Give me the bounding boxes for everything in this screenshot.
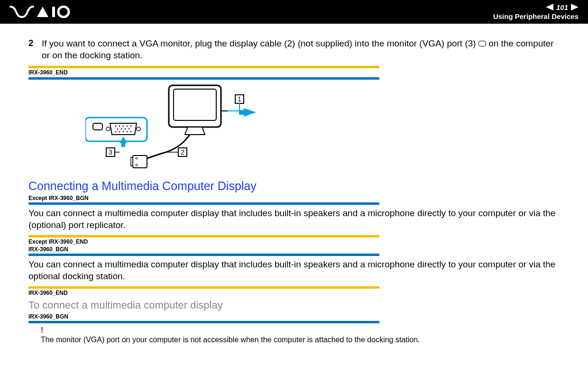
svg-marker-3 <box>571 4 579 10</box>
svg-point-14 <box>121 128 122 129</box>
prev-page-icon[interactable] <box>546 4 553 10</box>
svg-text:3: 3 <box>109 148 112 156</box>
tag-irx-end: IRX-3960_END <box>28 69 560 76</box>
svg-point-20 <box>127 131 128 132</box>
svg-point-19 <box>123 131 124 132</box>
svg-text:1: 1 <box>238 95 241 103</box>
svg-point-1 <box>58 7 69 17</box>
svg-rect-34 <box>239 110 246 115</box>
header-section-title: Using Peripheral Devices <box>493 12 579 21</box>
svg-point-16 <box>129 128 130 129</box>
svg-point-9 <box>119 125 120 127</box>
svg-rect-28 <box>174 89 216 120</box>
svg-point-17 <box>115 131 117 132</box>
vga-connection-diagram: 3 1 2 <box>85 82 560 174</box>
page-content: 2 If you want to connect a VGA monitor, … <box>0 24 588 349</box>
para-1: You can connect a multimedia computer di… <box>28 208 560 231</box>
tag-except-end: Except IRX-3960_END <box>28 238 560 245</box>
vga-port-icon <box>478 41 486 46</box>
section-title: Connecting a Multimedia Computer Display <box>28 179 560 193</box>
svg-point-15 <box>125 128 126 129</box>
svg-point-8 <box>115 125 117 127</box>
svg-point-11 <box>127 125 128 127</box>
page-nav: 101 <box>493 3 579 12</box>
divider-blue <box>28 202 379 205</box>
para-2: You can connect a multimedia computer di… <box>28 259 560 282</box>
tag-block-3: Except IRX-3960_END IRX-3960_BGN <box>28 235 560 256</box>
step-text-before: If you want to connect a VGA monitor, pl… <box>42 38 478 48</box>
svg-rect-35 <box>133 155 147 168</box>
svg-point-13 <box>117 128 119 129</box>
page-number: 101 <box>556 3 568 12</box>
tag-block-4: IRX-3960_END <box>28 286 560 296</box>
warning-icon: ! <box>41 326 560 335</box>
step-number: 2 <box>28 38 35 61</box>
svg-point-12 <box>130 125 132 127</box>
step-body: If you want to connect a VGA monitor, pl… <box>42 38 560 61</box>
svg-marker-2 <box>546 4 553 10</box>
svg-point-10 <box>123 125 124 127</box>
header-right: 101 Using Peripheral Devices <box>493 3 579 21</box>
svg-point-18 <box>119 131 120 132</box>
sub-title: To connect a multimedia computer display <box>28 299 560 311</box>
divider-yellow <box>28 66 379 68</box>
tag-block-1: IRX-3960_END <box>28 66 560 79</box>
tag-block-5: IRX-3960_BGN <box>28 313 560 323</box>
divider-yellow <box>28 235 379 237</box>
divider-blue <box>28 254 379 256</box>
tag-except-bgn: Except IRX-3960_BGN <box>28 195 560 201</box>
tag-block-2: Except IRX-3960_BGN <box>28 195 560 205</box>
svg-point-21 <box>130 131 132 132</box>
next-page-icon[interactable] <box>571 4 579 10</box>
svg-text:2: 2 <box>181 148 184 156</box>
tag-irx-end-2: IRX-3960_END <box>28 290 560 296</box>
divider-yellow <box>28 286 379 289</box>
divider-blue <box>28 321 379 323</box>
divider-blue <box>28 77 379 80</box>
tag-irx-bgn-2: IRX-3960_BGN <box>28 313 560 320</box>
tag-irx-bgn: IRX-3960_BGN <box>28 246 560 253</box>
step-2: 2 If you want to connect a VGA monitor, … <box>28 38 560 61</box>
page-header: 101 Using Peripheral Devices <box>0 0 588 24</box>
svg-rect-0 <box>52 7 55 17</box>
note-text: The monitor (VGA) port on your computer … <box>41 336 560 344</box>
vaio-logo <box>9 6 71 18</box>
note-block: ! The monitor (VGA) port on your compute… <box>41 326 560 344</box>
